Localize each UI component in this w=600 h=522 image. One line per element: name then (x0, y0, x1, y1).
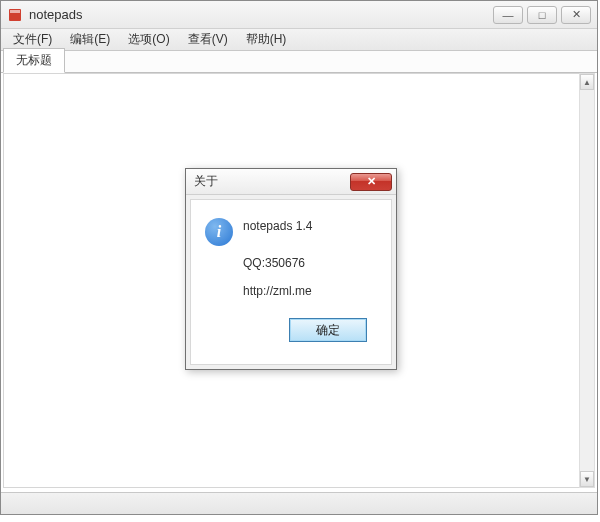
minimize-button[interactable]: — (493, 6, 523, 24)
scroll-down-button[interactable]: ▼ (580, 471, 594, 487)
tabstrip: 无标题 (1, 51, 597, 73)
menu-edit[interactable]: 编辑(E) (62, 29, 118, 50)
menu-file[interactable]: 文件(F) (5, 29, 60, 50)
dialog-titlebar: 关于 ✕ (186, 169, 396, 195)
menu-help[interactable]: 帮助(H) (238, 29, 295, 50)
info-icon: i (205, 218, 233, 246)
menu-options[interactable]: 选项(O) (120, 29, 177, 50)
dialog-qq: QQ:350676 (205, 256, 377, 270)
dialog-title: 关于 (194, 173, 350, 190)
maximize-button[interactable]: □ (527, 6, 557, 24)
dialog-footer: 确定 (205, 312, 377, 352)
scroll-up-button[interactable]: ▲ (580, 74, 594, 90)
dialog-row-app: i notepads 1.4 (205, 218, 377, 246)
window-controls: — □ ✕ (493, 6, 591, 24)
dialog-url: http://zml.me (205, 284, 377, 298)
about-dialog: 关于 ✕ i notepads 1.4 QQ:350676 http://zml… (185, 168, 397, 370)
close-button[interactable]: ✕ (561, 6, 591, 24)
window-title: notepads (29, 7, 493, 22)
statusbar (1, 492, 597, 514)
vertical-scrollbar[interactable]: ▲ ▼ (579, 73, 595, 488)
titlebar: notepads — □ ✕ (1, 1, 597, 29)
ok-button[interactable]: 确定 (289, 318, 367, 342)
tab-untitled[interactable]: 无标题 (3, 48, 65, 73)
dialog-body: i notepads 1.4 QQ:350676 http://zml.me 确… (190, 199, 392, 365)
main-window: notepads — □ ✕ 文件(F) 编辑(E) 选项(O) 查看(V) 帮… (0, 0, 598, 515)
menubar: 文件(F) 编辑(E) 选项(O) 查看(V) 帮助(H) (1, 29, 597, 51)
menu-view[interactable]: 查看(V) (180, 29, 236, 50)
dialog-app-name: notepads 1.4 (243, 218, 312, 235)
svg-rect-1 (10, 10, 20, 13)
app-icon (7, 7, 23, 23)
dialog-close-button[interactable]: ✕ (350, 173, 392, 191)
close-icon: ✕ (367, 175, 376, 188)
